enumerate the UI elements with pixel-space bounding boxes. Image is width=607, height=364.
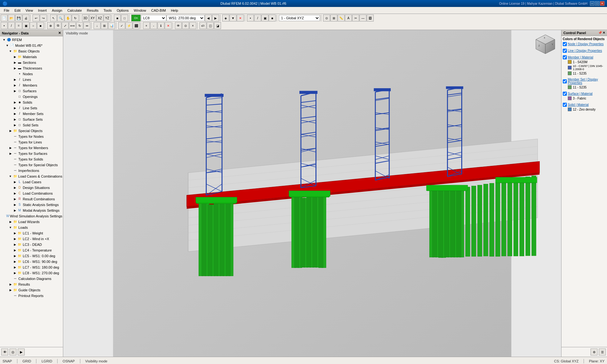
tb2-ungroup-btn[interactable]: ◪ (214, 22, 221, 29)
tb-rotate-btn[interactable]: ↻ (72, 15, 79, 21)
tb-pan-btn[interactable]: ✋ (64, 15, 71, 21)
tree-toggle-basic[interactable]: ▼ (8, 49, 13, 54)
tb2-calc-btn[interactable]: ⚡ (126, 22, 132, 29)
tree-lc6[interactable]: ▶ 📁 LC6 - WS1: 90.00 deg (0, 259, 63, 264)
cp-surface-checkbox[interactable] (563, 92, 567, 96)
tree-membersets[interactable]: ▶ / Member Sets (0, 111, 63, 117)
tree-calc-diagrams[interactable]: ▶ ─ Calculation Diagrams (0, 276, 63, 282)
cp-solid-checkbox[interactable] (563, 103, 567, 107)
tb-solid-btn[interactable]: ■ (269, 15, 276, 21)
tree-toggle-tspecial[interactable]: ▶ (8, 162, 13, 167)
status-visibility[interactable]: Visibility mode (85, 359, 107, 363)
tb-display-btn[interactable]: ◈ (222, 15, 229, 21)
tree-solidsets[interactable]: ▶ □ Solid Sets (0, 122, 63, 128)
menu-assign[interactable]: Assign (49, 8, 65, 13)
tb2-check-btn[interactable]: ✓ (118, 22, 125, 29)
menu-edit[interactable]: Edit (12, 8, 23, 13)
menu-results[interactable]: Results (84, 8, 101, 13)
tree-types-lines[interactable]: ▶ ─ Types for Lines (0, 139, 63, 145)
tb2-table-btn[interactable]: ⊞ (101, 22, 108, 29)
cp-list-btn[interactable]: ☰ (599, 349, 606, 355)
tree-toggle-rc[interactable]: ▶ (13, 197, 17, 202)
tree-toggle-ss[interactable]: ▶ (13, 202, 17, 207)
cp-settings-btn[interactable]: ⚙ (591, 349, 598, 355)
tb-zoom-btn[interactable]: 🔍 (57, 15, 64, 21)
menu-calculate[interactable]: Calculate (65, 8, 84, 13)
cp-memberset-link[interactable]: Member Set | Display Properties (568, 78, 606, 85)
tb-new-btn[interactable]: 📄 (1, 15, 8, 21)
tree-lc7[interactable]: ▶ 📁 LC7 - WS1: 180.00 deg (0, 264, 63, 270)
tree-toggle-special[interactable]: ▶ (8, 128, 13, 133)
tb-view-yz-btn[interactable]: YZ (104, 15, 111, 21)
tree-toggle-sections[interactable]: ▶ (13, 60, 17, 65)
tree-toggle-openings[interactable]: ▶ (13, 94, 17, 99)
tree-guide-objects[interactable]: ▶ 📁 Guide Objects (0, 287, 63, 293)
tree-wind-settings[interactable]: ▶ W Wind Simulation Analysis Settings (0, 213, 63, 219)
tree-loadcases-combo[interactable]: ▼ 📁 Load Cases & Combinations (0, 173, 63, 179)
tree-toggle-rfem[interactable]: ▼ (2, 37, 6, 42)
tb2-node-btn[interactable]: • (1, 22, 8, 29)
tree-toggle-lc4[interactable]: ▶ (13, 248, 17, 253)
tree-toggle-solidsets[interactable]: ▶ (13, 123, 17, 128)
tb2-deselect-btn[interactable]: × (189, 22, 196, 29)
tree-toggle-lcc[interactable]: ▼ (8, 174, 13, 179)
tree-toggle-lc2[interactable]: ▶ (13, 236, 17, 241)
tb2-rotate-btn[interactable]: ↻ (76, 22, 83, 29)
menu-cad-bim[interactable]: CAD-BIM (149, 8, 168, 13)
tree-types-members[interactable]: ▶ ─ Types for Members (0, 145, 63, 151)
viewport[interactable]: Visibility mode (63, 30, 561, 357)
tb-select-btn[interactable]: ↖ (50, 15, 57, 21)
tree-toggle-model[interactable]: ▼ (5, 43, 9, 48)
tb-print-btn[interactable]: 🖨 (22, 15, 29, 21)
tree-members[interactable]: ▶ / Members (0, 82, 63, 88)
tree-result-combos[interactable]: ▶ R Result Combinations (0, 196, 63, 202)
orientation-cube[interactable]: X Y Z (533, 33, 558, 58)
tb-lc-btn[interactable]: On (131, 15, 141, 21)
tb-section-btn[interactable]: — (359, 15, 366, 21)
tree-surfacesets[interactable]: ▶ □ Surface Sets (0, 117, 63, 122)
tree-toggle-lc[interactable]: ▶ (13, 179, 17, 185)
menu-window[interactable]: Window (131, 8, 149, 13)
tree-toggle-results[interactable]: ▶ (8, 282, 13, 287)
tree-solids[interactable]: ▶ ■ Solids (0, 100, 63, 105)
status-lgrid[interactable]: LGRID (41, 359, 52, 363)
tree-toggle-lc6[interactable]: ▶ (13, 259, 17, 264)
tb2-load-btn[interactable]: ↓ (94, 22, 101, 29)
tb2-move-btn[interactable]: ⤢ (62, 22, 69, 29)
tb-surf-btn[interactable]: ▣ (261, 15, 268, 21)
tree-toggle-imperf[interactable]: ▶ (8, 168, 13, 173)
tb2-mirror-btn[interactable]: ⟺ (69, 22, 76, 29)
tb-view-xy-btn[interactable]: XY (89, 15, 96, 21)
tree-toggle-surfacesets[interactable]: ▶ (13, 117, 17, 122)
nav-camera-btn[interactable]: ◎ (9, 349, 16, 355)
tb2-result-btn[interactable]: 📊 (108, 22, 115, 29)
status-grid[interactable]: GRID (22, 359, 31, 363)
tree-lc1[interactable]: ▶ 📁 LC1 - Weight (0, 230, 63, 236)
cp-close-icon[interactable]: ✕ (603, 31, 605, 35)
tb-view-3d-btn[interactable]: 3D (82, 15, 89, 21)
tree-toggle-lc1[interactable]: ▶ (13, 231, 17, 236)
tb-coord-dropdown[interactable]: 1 - Global XYZ (279, 15, 320, 21)
tree-toggle-go[interactable]: ▶ (8, 288, 13, 293)
tree-toggle-ds[interactable]: ▶ (13, 185, 17, 190)
maximize-button[interactable]: □ (595, 1, 599, 6)
close-button[interactable]: ✕ (600, 1, 604, 6)
cp-node-link[interactable]: Node | Display Properties (568, 42, 604, 46)
tree-load-combos[interactable]: ▶ C Load Combinations (0, 191, 63, 196)
tree-toggle-membersets[interactable]: ▶ (13, 111, 17, 116)
tree-toggle-materials[interactable]: ▶ (13, 54, 17, 59)
tb2-member-btn[interactable]: = (15, 22, 22, 29)
tb-ws1-dropdown[interactable]: WS1: 270.00 deg (167, 15, 205, 21)
tb2-stop-btn[interactable]: ⬛ (133, 22, 140, 29)
tb-save-btn[interactable]: 💾 (15, 15, 22, 21)
tb-anno-btn[interactable]: A (345, 15, 352, 21)
tree-toggle-lc5[interactable]: ▶ (13, 253, 17, 258)
tree-toggle-lines[interactable]: ▶ (13, 77, 17, 82)
tree-linesets[interactable]: ▶ / Line Sets (0, 105, 63, 111)
tb-view-xz-btn[interactable]: XZ (96, 15, 103, 21)
tree-nodes[interactable]: ▶ • Nodes (0, 71, 63, 77)
tree-openings[interactable]: ▶ □ Openings (0, 94, 63, 100)
tree-toggle-solids[interactable]: ▶ (13, 100, 17, 105)
tree-toggle-nodes[interactable]: ▶ (13, 71, 17, 76)
cp-pin-icon[interactable]: 📌 (598, 31, 602, 35)
